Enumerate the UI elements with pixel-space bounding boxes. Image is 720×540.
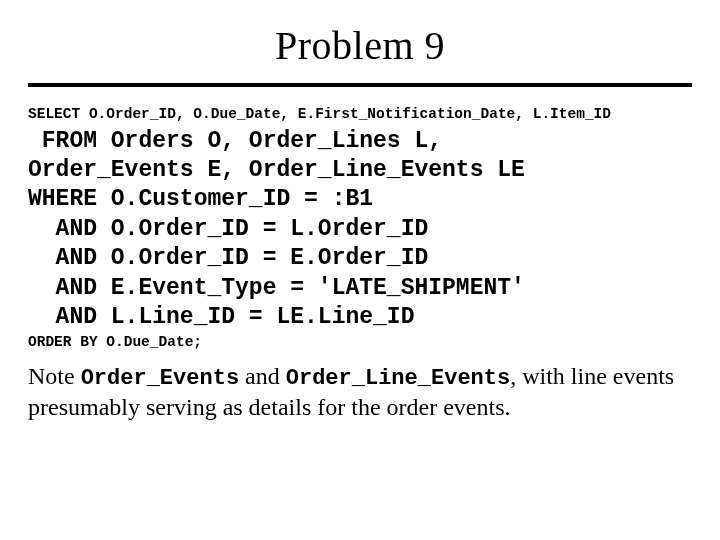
title-rule [28,83,692,87]
page-title: Problem 9 [28,22,692,69]
note-code-2: Order_Line_Events [286,366,510,391]
sql-select-line: SELECT O.Order_ID, O.Due_Date, E.First_N… [28,105,692,125]
explanatory-note: Note Order_Events and Order_Line_Events,… [28,362,692,422]
slide: Problem 9 SELECT O.Order_ID, O.Due_Date,… [0,0,720,540]
note-prefix: Note [28,363,81,389]
note-mid: and [239,363,286,389]
sql-order-by: ORDER BY O.Due_Date; [28,333,692,353]
sql-body: FROM Orders O, Order_Lines L, Order_Even… [28,127,692,333]
note-code-1: Order_Events [81,366,239,391]
